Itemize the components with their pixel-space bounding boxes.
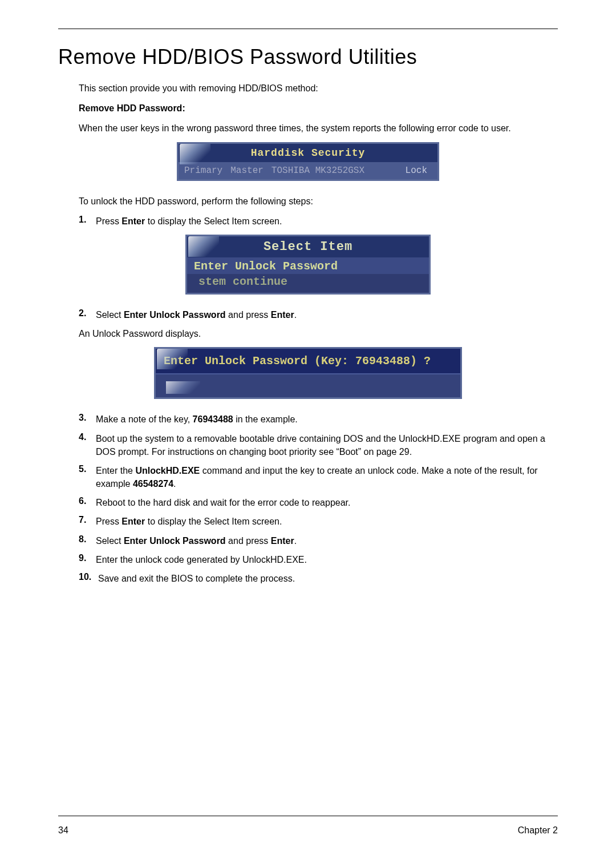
text-span: Press [96,517,121,526]
text-span: Reboot to the hard disk and wait for the… [96,498,351,507]
list-num: 8. [79,534,96,547]
text-span: and press [226,536,271,546]
bios-col-model: TOSHIBA MK3252GSX [271,166,364,176]
bios-figure-unlock-prompt: Enter Unlock Password (Key: 76943488) ? [154,347,462,399]
list-text: Reboot to the hard disk and wait for the… [96,496,558,509]
list-item: 2. Select Enter Unlock Password and pres… [79,308,558,321]
text-span: Boot up the system to a removable bootab… [96,434,545,457]
bios-input-area [156,373,460,397]
text-bold: Enter [271,310,294,320]
text-span: Select [96,536,124,546]
list-num: 9. [79,553,96,566]
page-title: Remove HDD/BIOS Password Utilities [58,45,558,69]
list-item: 4. Boot up the system to a removable boo… [79,432,558,458]
text-span: in the example. [233,414,298,424]
text-bold: Enter [121,216,145,226]
intro-line1: This section provide you with removing H… [79,82,558,95]
list-item: 5. Enter the UnlockHD.EXE command and in… [79,464,558,490]
list-text: Boot up the system to a removable bootab… [96,432,558,458]
list-item: 10. Save and exit the BIOS to complete t… [79,572,558,585]
page-footer: 34 Chapter 2 [58,825,558,836]
list-num: 2. [79,308,96,321]
text-bold: Enter [271,536,294,546]
bios-row: Primary Master TOSHIBA MK3252GSX Lock [179,162,437,179]
text-span: and press [226,310,271,320]
list-text: Select Enter Unlock Password and press E… [96,534,558,547]
bottom-rule [58,816,558,816]
intro-line2: When the user keys in the wrong password… [79,122,558,135]
text-span: . [294,310,297,320]
list-text: Select Enter Unlock Password and press E… [96,308,558,321]
text-span: Select [96,310,124,320]
bios-col-primary: Primary [184,166,222,176]
bios-figure-harddisk-security: Harddisk Security Primary Master TOSHIBA… [177,142,439,181]
list-item: 7. Press Enter to display the Select Ite… [79,515,558,528]
text-bold: 46548274 [133,479,173,489]
bios-title: Harddisk Security [179,144,437,162]
text-span: Save and exit the BIOS to complete the p… [98,574,295,583]
text-bold: Enter Unlock Password [124,536,226,546]
after-fig1: To unlock the HDD password, perform the … [79,195,558,208]
bios-prompt: Enter Unlock Password (Key: 76943488) ? [156,349,460,373]
text-bold: Enter Unlock Password [124,310,226,320]
text-span: Enter the [96,466,135,475]
chapter-label: Chapter 2 [518,825,558,836]
list-text: Press Enter to display the Select Item s… [96,215,558,228]
steps-list-b: 2. Select Enter Unlock Password and pres… [79,308,558,321]
list-item: 6. Reboot to the hard disk and wait for … [79,496,558,509]
list-num: 7. [79,515,96,528]
page-number: 34 [58,825,68,836]
list-item: 9. Enter the unlock code generated by Un… [79,553,558,566]
text-span: Make a note of the key, [96,414,193,424]
text-span: . [173,479,176,489]
list-item: 8. Select Enter Unlock Password and pres… [79,534,558,547]
top-rule [58,29,558,29]
list-text: Press Enter to display the Select Item s… [96,515,558,528]
bios-select-row-2: stem continue [187,274,429,293]
list-text: Save and exit the BIOS to complete the p… [98,572,558,585]
intro-subhead: Remove HDD Password: [79,102,558,115]
after-step2: An Unlock Password displays. [79,327,558,340]
text-bold: UnlockHD.EXE [135,466,200,475]
list-text: Enter the UnlockHD.EXE command and input… [96,464,558,490]
list-num: 6. [79,496,96,509]
steps-list-a: 1. Press Enter to display the Select Ite… [79,215,558,228]
list-text: Enter the unlock code generated by Unloc… [96,553,558,566]
list-item: 1. Press Enter to display the Select Ite… [79,215,558,228]
steps-list-c: 3. Make a note of the key, 76943488 in t… [79,413,558,585]
text-span: to display the Select Item screen. [145,517,282,526]
bios-col-lock: Lock [406,166,432,176]
text-bold: 76943488 [193,414,233,424]
list-num: 5. [79,464,96,490]
bios-figure-select-item: Select Item Enter Unlock Password stem c… [185,235,431,295]
list-num: 1. [79,215,96,228]
text-span: Press [96,216,121,226]
list-num: 10. [79,572,98,585]
glare [166,381,200,394]
bios-select-row-1: Enter Unlock Password [187,257,429,274]
bios-title: Select Item [187,236,429,257]
list-text: Make a note of the key, 76943488 in the … [96,413,558,426]
text-span: to display the Select Item screen. [145,216,282,226]
list-num: 4. [79,432,96,458]
bios-col-master: Master [230,166,264,176]
text-span: Enter the unlock code generated by Unloc… [96,555,307,564]
list-num: 3. [79,413,96,426]
text-span: . [294,536,297,546]
list-item: 3. Make a note of the key, 76943488 in t… [79,413,558,426]
text-bold: Enter [121,517,145,526]
